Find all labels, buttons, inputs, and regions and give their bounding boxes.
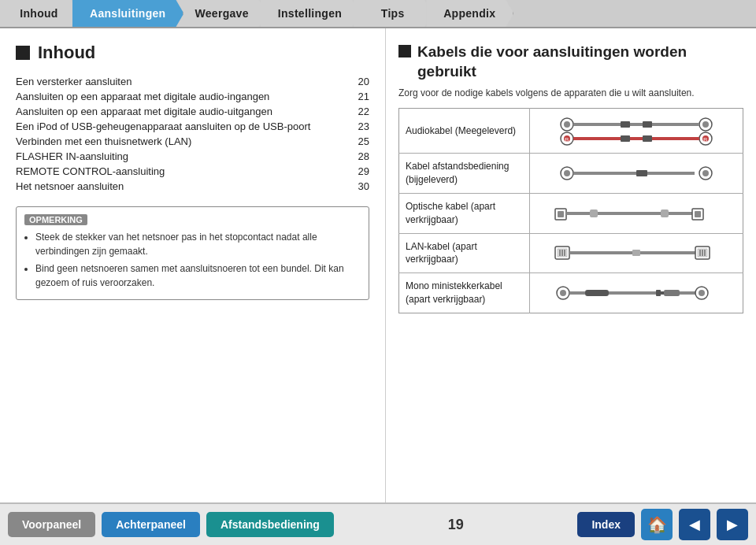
achterpaneel-button[interactable]: Achterpaneel [102, 512, 200, 537]
svg-rect-22 [573, 172, 636, 175]
home-button[interactable]: 🏠 [641, 509, 673, 540]
afstandsbediening-button[interactable]: Afstandsbediening [206, 512, 334, 537]
optical-cable-img [536, 204, 736, 223]
title-square-icon [398, 45, 411, 57]
svg-rect-4 [630, 123, 644, 126]
svg-rect-39 [561, 250, 563, 256]
cable-illustration [530, 273, 743, 313]
lan-cable-img [536, 243, 736, 262]
svg-rect-32 [661, 209, 669, 217]
toc-item-page: 20 [317, 74, 369, 89]
svg-rect-29 [566, 212, 590, 215]
home-icon: 🏠 [647, 515, 667, 534]
tab-tips[interactable]: Tips [354, 0, 432, 27]
cable-table: Audiokabel (Meegeleverd) [398, 108, 743, 313]
opmerking-box: OPMERKING Steek de stekker van het netsn… [16, 206, 369, 300]
table-row: Audiokabel (Meegeleverd) [399, 109, 743, 154]
toc-item-label: Aansluiten op een apparaat met digitale … [16, 104, 317, 119]
svg-rect-13 [621, 135, 630, 142]
svg-rect-2 [573, 123, 621, 126]
next-button[interactable]: ▶ [717, 509, 748, 540]
svg-rect-14 [630, 137, 644, 140]
svg-rect-35 [695, 211, 701, 217]
bottom-nav-left: Voorpaneel Achterpaneel Afstandsbedienin… [8, 512, 334, 537]
svg-rect-51 [569, 291, 585, 295]
svg-text:B: B [565, 136, 569, 143]
left-title-text: Inhoud [38, 43, 95, 63]
svg-point-26 [702, 170, 709, 176]
prev-button[interactable]: ◀ [679, 509, 710, 540]
table-row: Een iPod of USB-geheugenapparaat aanslui… [16, 119, 369, 134]
right-title-text: Kabels die voor aansluitingen worden geb… [417, 43, 743, 81]
title-square-icon [16, 46, 30, 60]
tab-appendix[interactable]: Appendix [426, 0, 513, 27]
table-row: Optische kabel (apart verkrijgbaar) [399, 193, 743, 233]
table-row: FLASHER IN-aansluiting 28 [16, 149, 369, 164]
svg-rect-8 [643, 121, 652, 128]
toc-item-label: Aansluiten op een apparaat met digitale … [16, 89, 317, 104]
svg-rect-33 [669, 212, 692, 215]
next-icon: ▶ [727, 516, 738, 533]
toc-item-page: 21 [317, 89, 369, 104]
table-row: LAN-kabel (apart verkrijgbaar) [399, 233, 743, 273]
voorpaneel-button[interactable]: Voorpaneel [8, 512, 95, 537]
table-row: Het netsnoer aansluiten 30 [16, 179, 369, 194]
opmerking-text: Steek de stekker van het netsnoer pas in… [24, 230, 361, 290]
right-subtitle: Zorg voor de nodige kabels volgens de ap… [398, 87, 743, 98]
svg-rect-28 [558, 211, 564, 217]
left-column: Inhoud Een versterker aansluiten 20 Aans… [0, 28, 386, 502]
tab-weergave[interactable]: Weergave [177, 0, 266, 27]
svg-rect-52 [585, 290, 609, 296]
toc-item-label: REMOTE CONTROL-aansluiting [16, 164, 317, 179]
svg-rect-55 [661, 291, 664, 295]
table-row: REMOTE CONTROL-aansluiting 29 [16, 164, 369, 179]
cable-label: Audiokabel (Meegeleverd) [399, 109, 530, 154]
svg-rect-24 [647, 172, 695, 175]
toc-item-label: Een iPod of USB-geheugenapparaat aanslui… [16, 119, 317, 134]
tab-instellingen[interactable]: Instellingen [261, 0, 360, 27]
svg-rect-40 [564, 250, 565, 256]
toc-item-page: 28 [317, 149, 369, 164]
svg-rect-42 [632, 250, 640, 256]
table-row: Verbinden met een thuisnetwerk (LAN) 25 [16, 134, 369, 149]
table-row: Aansluiten op een apparaat met digitale … [16, 104, 369, 119]
svg-rect-43 [640, 251, 695, 254]
toc-item-page: 25 [317, 134, 369, 149]
tab-aansluitingen[interactable]: Aansluitingen [72, 0, 183, 27]
page-number: 19 [448, 517, 464, 533]
tab-inhoud[interactable]: Inhoud [0, 0, 79, 27]
toc-table: Een versterker aansluiten 20 Aansluiten … [16, 74, 369, 194]
svg-rect-46 [699, 250, 701, 256]
table-row: Mono ministekkerkabel (apart verkrijgbaa… [399, 273, 743, 313]
left-section-title: Inhoud [16, 43, 369, 63]
audiocable-img: B B [536, 115, 736, 146]
opmerking-label: OPMERKING [24, 214, 87, 225]
svg-rect-19 [643, 135, 652, 142]
prev-icon: ◀ [689, 516, 700, 533]
table-row: Aansluiten op een apparaat met digitale … [16, 89, 369, 104]
toc-item-label: Het netsnoer aansluiten [16, 179, 317, 194]
cable-illustration: B B [530, 109, 743, 154]
toc-item-page: 22 [317, 104, 369, 119]
right-section-title: Kabels die voor aansluitingen worden geb… [398, 43, 743, 81]
svg-rect-18 [652, 137, 699, 140]
toc-item-label: FLASHER IN-aansluiting [16, 149, 317, 164]
cable-label: Mono ministekkerkabel (apart verkrijgbaa… [399, 273, 530, 313]
toc-item-label: Een versterker aansluiten [16, 74, 317, 89]
remote-cable-img [536, 164, 736, 183]
main-content: Inhoud Een versterker aansluiten 20 Aans… [0, 28, 756, 502]
list-item: Steek de stekker van het netsnoer pas in… [35, 230, 361, 258]
table-row: Een versterker aansluiten 20 [16, 74, 369, 89]
svg-rect-47 [702, 250, 703, 256]
svg-rect-54 [656, 290, 661, 296]
toc-item-page: 23 [317, 119, 369, 134]
svg-rect-3 [621, 121, 630, 128]
index-button[interactable]: Index [577, 512, 635, 537]
svg-point-59 [699, 290, 705, 296]
svg-rect-30 [590, 209, 598, 217]
svg-rect-12 [573, 137, 621, 140]
table-row: Kabel afstandsbediening (bijgeleverd) [399, 154, 743, 194]
svg-point-21 [564, 170, 570, 176]
svg-rect-38 [559, 250, 561, 256]
cable-illustration [530, 193, 743, 233]
